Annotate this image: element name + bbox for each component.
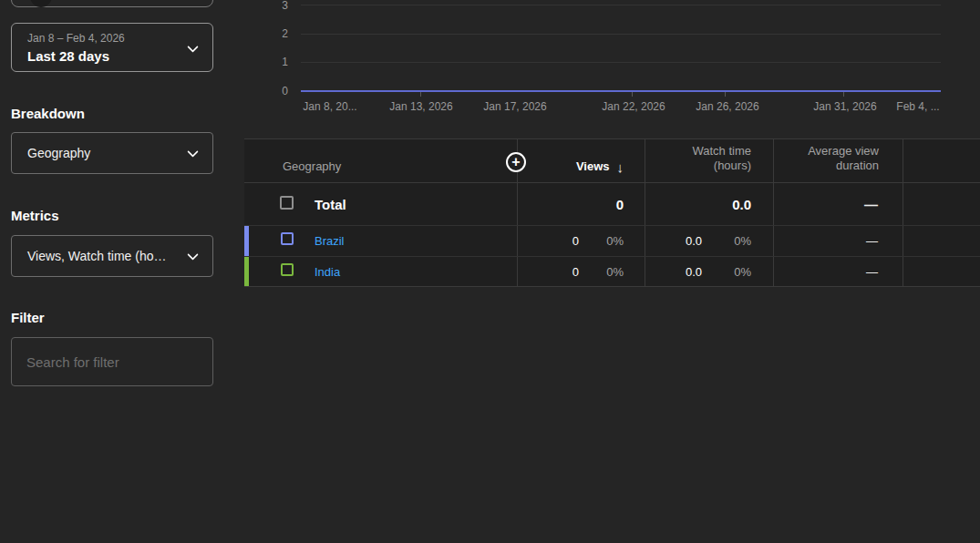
date-range-picker[interactable]: Jan 8 – Feb 4, 2026 Last 28 days [11, 23, 213, 72]
filter-label: Filter [11, 310, 45, 325]
gridline [301, 34, 941, 35]
avatar-circle-icon [30, 0, 52, 7]
plus-icon: + [511, 155, 520, 169]
metrics-value: Views, Watch time (ho… [27, 249, 167, 263]
total-extra-cell [903, 183, 980, 225]
column-header-geography: Geography [244, 139, 517, 182]
column-header-views[interactable]: Views ↓ [517, 139, 645, 182]
geography-breakdown-table: Geography Views ↓ Watch time (hours) Ave… [244, 138, 980, 287]
gridline [301, 5, 941, 5]
india-avg-duration-cell: — [773, 257, 903, 286]
add-metric-button[interactable]: + [506, 152, 526, 172]
chevron-down-icon [185, 249, 201, 264]
brazil-watch-time-cell: 0.0 0% [645, 226, 773, 256]
breakdown-label: Breakdown [11, 106, 85, 121]
table-row-brazil[interactable]: Brazil 0 0% 0.0 0% — [244, 226, 980, 256]
india-extra-cell [903, 257, 980, 286]
x-axis-label: Jan 13, 2026 [389, 100, 452, 113]
axis-tick [632, 92, 633, 97]
analytics-sidebar: Jan 8 – Feb 4, 2026 Last 28 days Breakdo… [0, 0, 237, 543]
y-axis-tick: 2 [261, 28, 288, 39]
x-axis-label: Jan 31, 2026 [813, 100, 876, 113]
total-label-cell: Total [244, 183, 517, 225]
clipped-dropdown[interactable] [11, 0, 213, 7]
india-checkbox[interactable] [281, 263, 294, 276]
series-line [301, 90, 941, 92]
brazil-avg-duration-cell: — [773, 226, 903, 256]
breakdown-value: Geography [27, 146, 90, 160]
column-header-avg-view-duration[interactable]: Average view duration [773, 139, 903, 182]
series-color-bar [244, 226, 249, 256]
views-line-chart: 3 2 1 0 Jan 8, 20... Jan 13, 2026 Jan 17… [237, 0, 980, 128]
column-header-watch-time[interactable]: Watch time (hours) [645, 139, 773, 182]
metrics-label: Metrics [11, 208, 59, 223]
axis-tick [420, 92, 421, 97]
india-link[interactable]: India [315, 265, 340, 279]
total-checkbox[interactable] [280, 196, 294, 210]
y-axis-tick: 3 [261, 0, 288, 11]
chevron-down-icon [185, 146, 201, 161]
date-preset-text: Last 28 days [27, 48, 109, 64]
gridline [301, 62, 941, 63]
brazil-extra-cell [903, 226, 980, 256]
table-header-row: Geography Views ↓ Watch time (hours) Ave… [244, 139, 980, 183]
x-axis-label: Jan 8, 20... [303, 100, 356, 113]
x-axis-label: Jan 22, 2026 [602, 100, 665, 113]
brazil-views-cell: 0 0% [517, 226, 645, 256]
column-header-extra [903, 139, 980, 182]
x-axis-label: Jan 17, 2026 [483, 100, 546, 113]
series-color-bar [244, 257, 249, 286]
x-axis-label: Jan 26, 2026 [696, 100, 758, 113]
india-watch-time-cell: 0.0 0% [645, 257, 773, 286]
india-views-cell: 0 0% [517, 257, 645, 286]
table-row-total[interactable]: Total 0 0.0 — [244, 183, 980, 226]
table-row-india[interactable]: India 0 0% 0.0 0% — [244, 256, 980, 286]
breakdown-select[interactable]: Geography [11, 132, 213, 174]
sort-descending-icon: ↓ [617, 161, 624, 173]
axis-tick [725, 92, 726, 97]
brazil-checkbox[interactable] [281, 232, 294, 245]
india-label-cell: India [244, 257, 517, 286]
total-watch-time-cell: 0.0 [645, 183, 773, 225]
total-views-cell: 0 [517, 183, 645, 225]
total-avg-duration-cell: — [773, 183, 903, 225]
analytics-page: Jan 8 – Feb 4, 2026 Last 28 days Breakdo… [0, 0, 980, 543]
y-axis-tick: 0 [261, 86, 288, 97]
date-range-text: Jan 8 – Feb 4, 2026 [27, 32, 125, 45]
chevron-down-icon [185, 41, 201, 56]
x-axis-label: Feb 4, ... [896, 100, 939, 113]
filter-search-input[interactable] [11, 337, 213, 386]
brazil-label-cell: Brazil [244, 226, 517, 256]
metrics-select[interactable]: Views, Watch time (ho… [11, 235, 213, 277]
y-axis-tick: 1 [261, 56, 288, 67]
axis-tick [843, 92, 844, 97]
brazil-link[interactable]: Brazil [315, 234, 345, 248]
